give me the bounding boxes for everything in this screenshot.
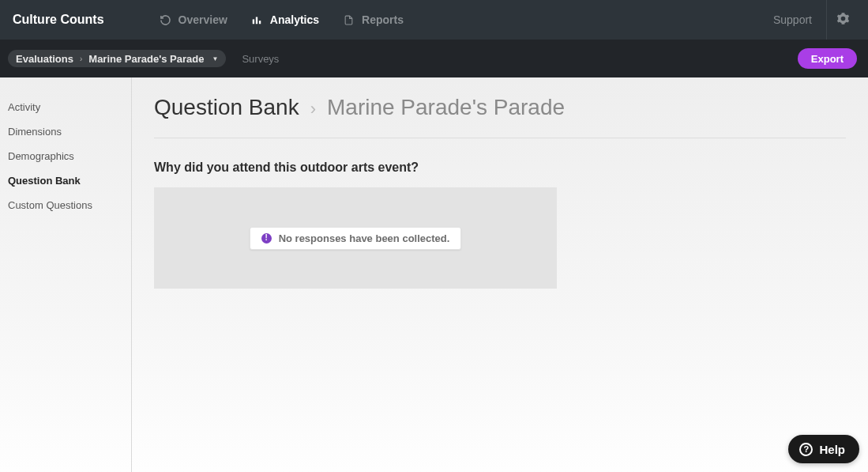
breadcrumb: Evaluations › Marine Parade's Parade ▼ xyxy=(8,50,226,67)
sidebar-item-label: Activity xyxy=(8,101,40,113)
nav-tab-label: Overview xyxy=(178,13,227,26)
page-title-row: Question Bank › Marine Parade's Parade xyxy=(154,95,846,138)
sidebar-item-label: Question Bank xyxy=(8,175,81,187)
nav-tab-label: Reports xyxy=(362,13,404,26)
question-title: Why did you attend this outdoor arts eve… xyxy=(154,160,846,175)
export-button[interactable]: Export xyxy=(798,48,857,69)
sidebar-item-label: Custom Questions xyxy=(8,199,92,211)
chevron-right-icon: › xyxy=(310,99,316,119)
sidebar: Activity Dimensions Demographics Questio… xyxy=(0,77,132,472)
svg-rect-1 xyxy=(256,17,257,25)
alert-icon: ! xyxy=(261,233,272,244)
nav-tab-label: Analytics xyxy=(270,13,319,26)
content-wrap: Activity Dimensions Demographics Questio… xyxy=(0,77,868,472)
settings-button[interactable] xyxy=(827,0,859,40)
empty-state-text: No responses have been collected. xyxy=(279,232,450,244)
refresh-icon xyxy=(160,14,171,26)
breadcrumb-current[interactable]: Marine Parade's Parade xyxy=(88,53,204,65)
nav-tab-analytics[interactable]: Analytics xyxy=(251,13,319,26)
sidebar-item-custom-questions[interactable]: Custom Questions xyxy=(0,193,131,217)
sidebar-item-question-bank[interactable]: Question Bank xyxy=(0,168,131,193)
nav-tab-overview[interactable]: Overview xyxy=(160,13,227,26)
gear-icon xyxy=(836,12,850,28)
help-button[interactable]: ? Help xyxy=(788,435,859,463)
sidebar-item-demographics[interactable]: Demographics xyxy=(0,144,131,168)
nav-tab-reports[interactable]: Reports xyxy=(343,13,404,26)
page-title: Question Bank xyxy=(154,95,299,120)
sidebar-item-label: Dimensions xyxy=(8,126,62,138)
brand-logo[interactable]: Culture Counts xyxy=(13,13,104,27)
top-navbar: Culture Counts Overview Analytics Report… xyxy=(0,0,868,40)
sidebar-item-activity[interactable]: Activity xyxy=(0,95,131,119)
caret-down-icon[interactable]: ▼ xyxy=(212,55,218,62)
response-panel: ! No responses have been collected. xyxy=(154,187,557,289)
nav-tabs: Overview Analytics Reports xyxy=(160,13,759,26)
document-icon xyxy=(343,14,355,26)
help-label: Help xyxy=(819,443,845,456)
support-link[interactable]: Support xyxy=(759,0,827,40)
sub-navbar: Evaluations › Marine Parade's Parade ▼ S… xyxy=(0,40,868,77)
sidebar-item-label: Demographics xyxy=(8,150,74,162)
main-content: Question Bank › Marine Parade's Parade W… xyxy=(132,77,868,472)
svg-rect-2 xyxy=(259,21,261,24)
sidebar-item-dimensions[interactable]: Dimensions xyxy=(0,119,131,144)
help-icon: ? xyxy=(799,443,813,456)
page-subtitle: Marine Parade's Parade xyxy=(327,95,565,120)
bar-chart-icon xyxy=(251,14,263,26)
subnav-surveys[interactable]: Surveys xyxy=(242,53,279,65)
chevron-right-icon: › xyxy=(80,55,82,63)
nav-right: Support xyxy=(759,0,859,40)
question-block: Why did you attend this outdoor arts eve… xyxy=(154,160,846,289)
empty-state-badge: ! No responses have been collected. xyxy=(250,227,462,250)
svg-rect-0 xyxy=(253,19,254,24)
breadcrumb-root[interactable]: Evaluations xyxy=(16,53,73,65)
